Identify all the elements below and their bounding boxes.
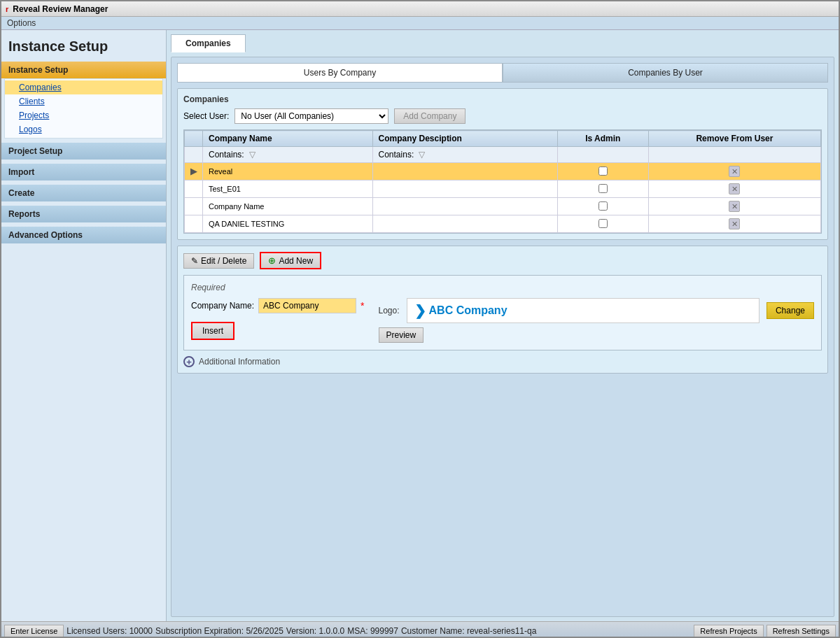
col-is-admin: Is Admin [557, 131, 648, 147]
subscription-text: Subscription Expiration: 5/26/2025 [155, 626, 284, 636]
add-company-button[interactable]: Add Company [394, 108, 465, 124]
remove-button[interactable]: ✕ [729, 201, 740, 212]
cell-company-name: Reveal [203, 163, 373, 180]
expand-icon: + [183, 356, 195, 367]
required-box: Required Company Name: * Insert [183, 275, 822, 350]
add-icon: ⊕ [268, 255, 276, 266]
filter-icon-1: ▽ [249, 150, 255, 160]
filter-icon-2: ▽ [419, 150, 425, 160]
logo-chevron-icon: ❯ [414, 302, 426, 319]
msa-text: MSA: 999997 [347, 626, 398, 636]
logo-label: Logo: [379, 306, 400, 316]
companies-panel: Users By Company Companies By User Compa… [171, 57, 834, 617]
cell-company-desc [372, 198, 557, 215]
options-bar: Options [1, 17, 839, 30]
right-panel: Companies Users By Company Companies By … [167, 30, 839, 621]
enter-license-button[interactable]: Enter License [4, 625, 64, 637]
form-fields-row: Company Name: * Insert Logo: [191, 298, 814, 343]
col-company-description: Company Desciption [372, 131, 557, 147]
is-admin-checkbox[interactable] [598, 219, 608, 228]
company-name-field: Company Name: * [191, 298, 365, 313]
app-title: Reveal Review Manager [13, 4, 108, 14]
logo-section: Logo: ❯ ABC Company Change Preview [379, 298, 815, 343]
col-remove-from-user: Remove From User [648, 131, 820, 147]
sidebar-section-import[interactable]: Import [1, 164, 166, 180]
logo-company-text: ABC Company [429, 304, 507, 317]
required-title: Required [191, 283, 814, 292]
companies-section-title: Companies [183, 94, 822, 104]
sidebar-section-advanced-options[interactable]: Advanced Options [1, 227, 166, 243]
col-company-name: Company Name [203, 131, 373, 147]
table-row[interactable]: Test_E01 ✕ [185, 180, 821, 198]
logo-preview: ❯ ABC Company [407, 298, 760, 323]
licensed-users-text: Licensed Users: 10000 [66, 626, 153, 636]
company-name-label: Company Name: [191, 301, 254, 311]
sidebar-sub-items: Companies Clients Projects Logos [4, 78, 163, 139]
panel-tab-users-by-company[interactable]: Users By Company [177, 63, 503, 83]
filter-company-desc-label: Contains: [379, 150, 414, 160]
refresh-projects-button[interactable]: Refresh Projects [694, 625, 763, 637]
panel-tab-companies-by-user[interactable]: Companies By User [503, 63, 828, 83]
version-text: Version: 1.0.0.0 [286, 626, 344, 636]
row-arrow: ▶ [190, 166, 197, 176]
remove-button[interactable]: ✕ [729, 166, 740, 177]
cell-company-name: Test_E01 [203, 180, 373, 198]
cell-company-desc [372, 215, 557, 233]
sidebar-section-create[interactable]: Create [1, 185, 166, 201]
cell-company-name: Company Name [203, 198, 373, 215]
status-bar: Enter License Licensed Users: 10000 Subs… [1, 621, 839, 638]
remove-button[interactable]: ✕ [729, 183, 740, 194]
companies-section: Companies Select User: No User (All Comp… [177, 88, 828, 240]
required-star: * [360, 300, 364, 311]
filter-company-name-label: Contains: [209, 150, 244, 160]
is-admin-checkbox[interactable] [598, 184, 608, 193]
customer-text: Customer Name: reveal-series11-qa [401, 626, 536, 636]
change-button[interactable]: Change [766, 302, 814, 319]
form-section: ✎ Edit / Delete ⊕ Add New Required [177, 246, 828, 374]
edit-delete-button[interactable]: ✎ Edit / Delete [183, 253, 254, 269]
company-table: Company Name Company Desciption Is Admin [184, 130, 821, 233]
table-row[interactable]: Company Name ✕ [185, 198, 821, 215]
sidebar-section-instance-setup[interactable]: Instance Setup [1, 62, 166, 78]
select-user-label: Select User: [183, 111, 229, 121]
company-name-input[interactable] [258, 298, 356, 313]
sidebar-item-logos[interactable]: Logos [5, 122, 162, 136]
app-icon: r [6, 5, 8, 13]
is-admin-checkbox[interactable] [598, 166, 608, 176]
select-user-row: Select User: No User (All Companies) Add… [183, 108, 822, 124]
edit-delete-row: ✎ Edit / Delete ⊕ Add New [183, 252, 822, 269]
additional-info-label: Additional Information [199, 357, 280, 367]
sidebar-section-project-setup[interactable]: Project Setup [1, 143, 166, 160]
additional-info-row[interactable]: + Additional Information [183, 356, 822, 367]
title-bar: r Reveal Review Manager [1, 1, 839, 17]
table-row[interactable]: ▶ Reveal ✕ [185, 163, 821, 180]
cell-company-desc [372, 163, 557, 180]
tab-companies[interactable]: Companies [171, 34, 246, 52]
select-user-dropdown[interactable]: No User (All Companies) [234, 108, 388, 124]
sidebar-title: Instance Setup [1, 36, 166, 62]
refresh-settings-button[interactable]: Refresh Settings [766, 625, 836, 637]
company-table-wrapper: Company Name Company Desciption Is Admin [183, 129, 822, 234]
sidebar-section-reports[interactable]: Reports [1, 206, 166, 222]
panel-tabs: Users By Company Companies By User [177, 63, 828, 83]
sidebar-item-clients[interactable]: Clients [5, 94, 162, 108]
is-admin-checkbox[interactable] [598, 201, 608, 211]
sidebar-item-companies[interactable]: Companies [5, 80, 162, 94]
pencil-icon: ✎ [191, 256, 198, 266]
cell-company-name: QA DANIEL TESTING [203, 215, 373, 233]
preview-button[interactable]: Preview [379, 327, 424, 343]
add-new-button[interactable]: ⊕ Add New [260, 252, 321, 269]
remove-button[interactable]: ✕ [729, 218, 740, 229]
insert-button[interactable]: Insert [191, 322, 234, 340]
cell-company-desc [372, 180, 557, 198]
tab-bar: Companies [171, 34, 834, 52]
sidebar: Instance Setup Instance Setup Companies … [1, 30, 167, 621]
sidebar-item-projects[interactable]: Projects [5, 108, 162, 122]
table-row[interactable]: QA DANIEL TESTING ✕ [185, 215, 821, 233]
logo-row: Logo: ❯ ABC Company Change [379, 298, 815, 323]
